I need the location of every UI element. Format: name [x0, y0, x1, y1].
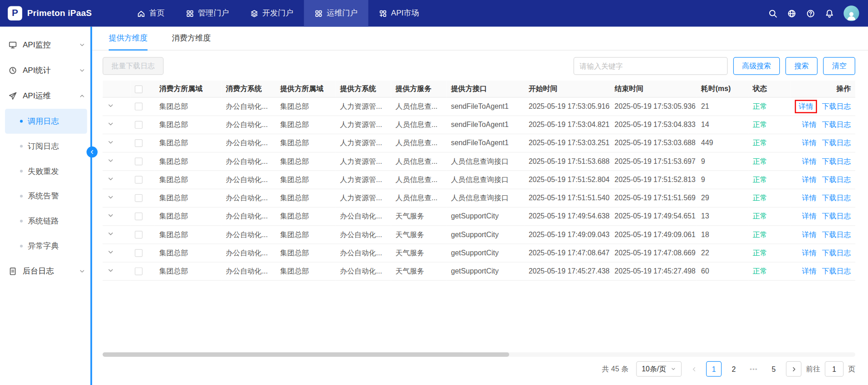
detail-link[interactable]: 详情 [802, 230, 817, 238]
sidebar-item-api-ops[interactable]: API运维 [0, 83, 92, 109]
sidebar-collapse-button[interactable] [86, 147, 97, 157]
content-area: 批量下载日志 高级搜索 搜索 清空 [92, 51, 868, 385]
goto-page-input[interactable] [825, 361, 843, 377]
sidebar-subitem[interactable]: 系统链路 [5, 208, 87, 233]
download-log-link[interactable]: 下载日志 [822, 175, 851, 183]
sidebar-subitem[interactable]: 系统告警 [5, 184, 87, 209]
page-button-2[interactable]: 2 [726, 361, 742, 377]
checkbox-cell [131, 152, 155, 170]
row-expand-chevron-icon[interactable] [107, 120, 115, 128]
checkbox-cell [131, 207, 155, 225]
row-checkbox[interactable] [135, 213, 142, 220]
checkbox-cell [131, 170, 155, 188]
cell-status: 正常 [748, 134, 791, 152]
header-expand [103, 81, 131, 97]
sidebar-item-backend-logs[interactable]: 后台日志 [0, 258, 92, 284]
horizontal-scrollbar[interactable] [103, 352, 855, 357]
detail-link[interactable]: 详情 [802, 175, 817, 183]
cell-consumer-system: 办公自动化... [221, 134, 275, 152]
row-checkbox[interactable] [135, 249, 142, 257]
row-checkbox[interactable] [135, 158, 142, 166]
tab-consumer-dimension[interactable]: 消费方维度 [172, 27, 211, 50]
row-checkbox[interactable] [135, 194, 142, 202]
sidebar-subitem[interactable]: 异常字典 [5, 233, 87, 258]
search-button[interactable]: 搜索 [785, 57, 818, 75]
page-button-1[interactable]: 1 [706, 361, 722, 377]
detail-link-highlighted[interactable]: 详情 [795, 100, 817, 113]
search-icon[interactable] [768, 9, 778, 18]
cell-consumer-domain: 集团总部 [155, 97, 221, 115]
cell-provider-service: 人员信息查... [391, 170, 447, 188]
row-checkbox[interactable] [135, 103, 142, 111]
column-header: 提供方所属域 [276, 81, 336, 97]
download-log-link[interactable]: 下载日志 [822, 157, 851, 165]
download-log-link[interactable]: 下载日志 [822, 120, 851, 128]
page-size-select[interactable]: 10条/页 [636, 361, 681, 377]
bell-icon[interactable] [825, 9, 834, 18]
cell-provider-service: 人员信息查... [391, 152, 447, 170]
globe-icon[interactable] [787, 9, 797, 18]
row-checkbox[interactable] [135, 121, 142, 129]
advanced-search-button[interactable]: 高级搜索 [733, 57, 780, 75]
table-row: 集团总部 办公自动化... 集团总部 人力资源管... 人员信息查... sen… [103, 134, 855, 152]
nav-item-api-market[interactable]: API市场 [368, 0, 430, 27]
scrollbar-thumb[interactable] [103, 352, 509, 357]
bullet-dot [20, 120, 23, 122]
row-expand-chevron-icon[interactable] [107, 138, 115, 146]
detail-link[interactable]: 详情 [802, 193, 817, 202]
detail-link[interactable]: 详情 [802, 248, 817, 257]
download-log-link[interactable]: 下载日志 [822, 102, 851, 110]
sidebar-item-api-stats[interactable]: API统计 [0, 58, 92, 83]
download-log-link[interactable]: 下载日志 [822, 212, 851, 220]
next-page-button[interactable] [786, 361, 802, 377]
clear-button[interactable]: 清空 [823, 57, 855, 75]
row-expand-chevron-icon[interactable] [107, 175, 115, 183]
sidebar-item-api-monitor[interactable]: API监控 [0, 32, 92, 58]
chevron-down-icon [671, 366, 676, 372]
row-expand-chevron-icon[interactable] [107, 212, 115, 219]
nav-item-admin-portal[interactable]: 管理门户 [175, 0, 239, 27]
cell-start-time: 2025-05-19 17:45:27.438 [524, 262, 610, 280]
cell-start-time: 2025-05-19 17:53:04.821 [524, 116, 610, 134]
row-checkbox[interactable] [135, 231, 142, 239]
sidebar-subitem[interactable]: 订阅日志 [5, 134, 87, 159]
detail-link[interactable]: 详情 [802, 157, 817, 165]
row-checkbox[interactable] [135, 176, 142, 184]
detail-link[interactable]: 详情 [802, 267, 817, 275]
keyword-search-input[interactable] [574, 57, 728, 75]
help-icon[interactable] [806, 9, 815, 18]
tab-provider-dimension[interactable]: 提供方维度 [109, 27, 147, 50]
sidebar-subitem[interactable]: 失败重发 [5, 159, 87, 184]
batch-download-button[interactable]: 批量下载日志 [103, 57, 164, 75]
row-expand-chevron-icon[interactable] [107, 102, 115, 110]
detail-link[interactable]: 详情 [802, 212, 817, 220]
cell-provider-domain: 集团总部 [276, 97, 336, 115]
prev-page-button[interactable] [686, 361, 701, 377]
more-pages-ellipsis[interactable]: ••• [746, 361, 762, 377]
nav-item-home[interactable]: 首页 [126, 0, 175, 27]
row-checkbox[interactable] [135, 268, 142, 275]
select-all-checkbox[interactable] [135, 85, 142, 93]
sidebar-subitem[interactable]: 调用日志 [5, 109, 87, 134]
download-log-link[interactable]: 下载日志 [822, 193, 851, 202]
bullet-dot [20, 245, 23, 248]
status-badge: 正常 [752, 193, 767, 202]
nav-item-ops-portal[interactable]: 运维门户 [304, 0, 368, 27]
nav-item-dev-portal[interactable]: 开发门户 [240, 0, 304, 27]
row-expand-chevron-icon[interactable] [107, 157, 115, 164]
detail-link[interactable]: 详情 [802, 138, 817, 147]
page-button-5[interactable]: 5 [766, 361, 782, 377]
row-expand-chevron-icon[interactable] [107, 248, 115, 256]
row-expand-chevron-icon[interactable] [107, 230, 115, 238]
row-checkbox[interactable] [135, 139, 142, 147]
user-avatar[interactable] [843, 5, 859, 21]
detail-link[interactable]: 详情 [802, 120, 817, 128]
cell-duration: 449 [696, 134, 748, 152]
table-header-row: 消费方所属域 消费方系统 提供方所属域 提供方系统 提供方服务 提供方接口 开始… [103, 81, 855, 97]
download-log-link[interactable]: 下载日志 [822, 267, 851, 275]
download-log-link[interactable]: 下载日志 [822, 230, 851, 238]
download-log-link[interactable]: 下载日志 [822, 138, 851, 147]
download-log-link[interactable]: 下载日志 [822, 248, 851, 257]
row-expand-chevron-icon[interactable] [107, 193, 115, 201]
row-expand-chevron-icon[interactable] [107, 267, 115, 274]
